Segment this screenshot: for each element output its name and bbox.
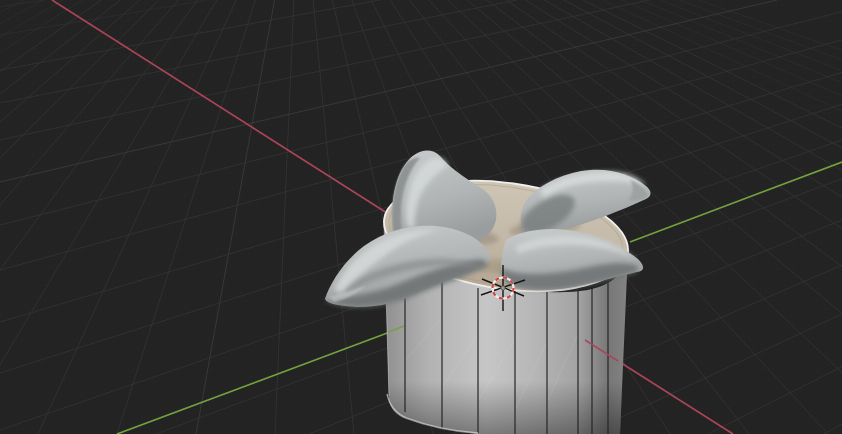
cursor-center-dot (501, 286, 505, 290)
blender-3d-viewport[interactable] (0, 0, 842, 434)
viewport-canvas[interactable] (0, 0, 842, 434)
